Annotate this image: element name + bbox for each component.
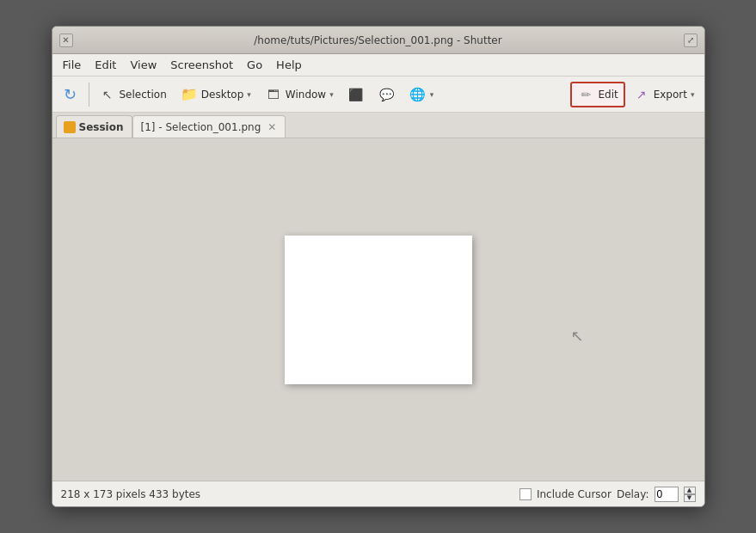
desktop-dropdown-arrow: ▾ [247,90,251,99]
statusbar: 218 x 173 pixels 433 bytes Include Curso… [52,481,704,506]
toolbar-separator-1 [89,83,89,107]
image-info: 218 x 173 pixels 433 bytes [61,488,513,500]
delay-spin-down[interactable]: ▼ [684,494,696,502]
selection-label: Selection [120,89,167,101]
window-button[interactable]: Window ▾ [259,83,340,107]
menu-file[interactable]: File [56,57,89,73]
menu-edit[interactable]: Edit [88,57,123,73]
globe-icon [409,86,427,103]
include-cursor-checkbox[interactable] [519,488,532,500]
close-button[interactable]: ✕ [59,34,73,47]
tab-session[interactable]: Session [56,115,133,138]
delay-label: Delay: [617,488,649,500]
selection-button[interactable]: Selection [93,83,173,107]
tooltip-button[interactable] [372,83,402,107]
tabbar: Session [1] - Selection_001.png ✕ [52,113,704,138]
close-icon: ✕ [62,35,69,45]
menubar: File Edit View Screenshot Go Help [52,54,704,77]
refresh-icon [62,86,79,103]
tab-file[interactable]: [1] - Selection_001.png ✕ [132,115,286,138]
tab-close-button[interactable]: ✕ [267,121,276,133]
delay-spin-up[interactable]: ▲ [684,487,696,494]
statusbar-right: Include Cursor Delay: ▲ ▼ [519,487,696,502]
export-dropdown-arrow: ▾ [691,90,695,99]
export-button[interactable]: Export ▾ [627,83,701,107]
refresh-button[interactable] [56,83,85,107]
delay-spinners: ▲ ▼ [684,487,696,502]
edit-button[interactable]: Edit [570,82,624,107]
session-tab-label: Session [79,121,124,133]
export-label: Export [654,89,687,101]
edit-label: Edit [598,89,618,101]
menu-go[interactable]: Go [240,57,269,73]
window-dropdown-arrow: ▾ [329,90,334,99]
titlebar: ✕ /home/tuts/Pictures/Selection_001.png … [52,27,704,54]
folder-icon [181,86,198,103]
content-area: ↖ [52,138,704,481]
delay-input[interactable] [655,487,679,502]
window-label: Window [286,89,326,101]
globe-dropdown-arrow: ▾ [430,90,434,99]
screen-button[interactable] [341,83,371,107]
screenshot-preview [285,236,472,384]
selection-icon [99,86,116,103]
desktop-label: Desktop [201,89,244,101]
export-icon [633,86,650,103]
window-icon [265,86,282,103]
file-tab-label: [1] - Selection_001.png [140,121,261,133]
maximize-icon: ⤢ [687,35,694,45]
window-title: /home/tuts/Pictures/Selection_001.png - … [254,34,501,46]
session-icon [64,121,76,133]
menu-help[interactable]: Help [269,57,309,73]
screen-icon [347,86,365,103]
menu-screenshot[interactable]: Screenshot [163,57,240,73]
main-window: ✕ /home/tuts/Pictures/Selection_001.png … [52,26,705,507]
toolbar: Selection Desktop ▾ Window ▾ [52,77,704,113]
maximize-button[interactable]: ⤢ [684,34,698,47]
menu-view[interactable]: View [123,57,163,73]
desktop-button[interactable]: Desktop ▾ [175,83,257,107]
include-cursor-label: Include Cursor [537,488,612,500]
tooltip-icon [378,86,396,103]
cursor-icon: ↖ [570,327,583,345]
edit-icon [577,86,594,103]
globe-button[interactable]: ▾ [403,83,440,107]
